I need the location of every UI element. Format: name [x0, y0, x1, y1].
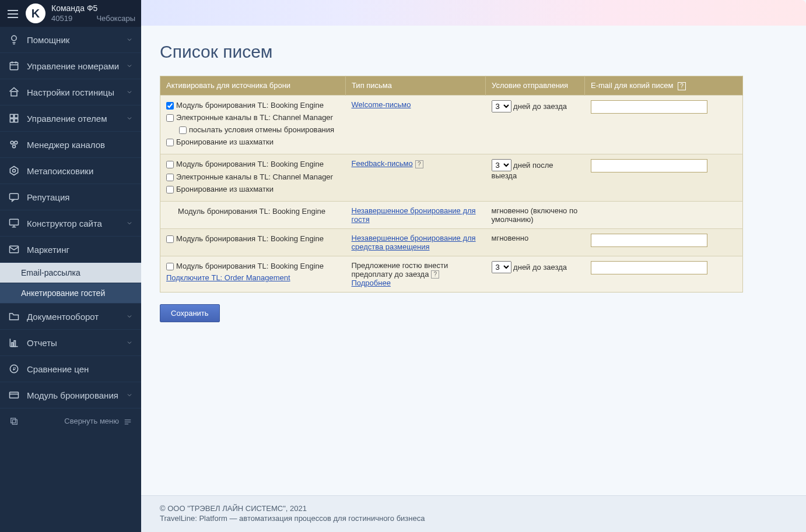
letter-type-link[interactable]: Незавершенное бронирование для гостя [352, 206, 476, 224]
source-checkbox-row[interactable]: Модуль бронирования TL: Booking Engine [166, 261, 340, 272]
svg-rect-10 [11, 91, 17, 96]
help-icon[interactable]: ? [431, 270, 439, 279]
calendar-icon [8, 60, 20, 72]
sidebar-item-home[interactable]: Настройки гостиницы [0, 79, 141, 105]
svg-rect-27 [12, 343, 13, 347]
copy-icon [9, 417, 19, 426]
nav-label: Модуль бронирования [27, 390, 126, 400]
email-copy-input[interactable] [591, 100, 707, 114]
chevron-down-icon [126, 115, 133, 122]
nav-label: Менеджер каналов [27, 140, 133, 150]
footer-tagline: TravelLine: Platform — автоматизация про… [160, 514, 806, 523]
extra-link[interactable]: Подключите TL: Order Management [166, 273, 290, 282]
chat-icon [8, 191, 20, 203]
nav-label: Настройки гостиницы [27, 87, 126, 97]
letter-type-link[interactable]: Незавершенное бронирование для средства … [352, 234, 476, 251]
gear-cluster-icon [8, 139, 20, 150]
chevron-down-icon [126, 62, 133, 69]
more-link[interactable]: Подробнее [352, 279, 391, 287]
sidebar-item-chat[interactable]: Репутация [0, 184, 141, 210]
svg-rect-34 [11, 418, 16, 422]
sidebar-subitem[interactable]: Анкетирование гостей [0, 283, 141, 304]
source-checkbox-row[interactable]: Бронирование из шахматки [166, 137, 340, 147]
main-area: Список писем Активировать для источника … [141, 0, 806, 532]
svg-rect-11 [10, 114, 13, 118]
help-icon[interactable]: ? [415, 160, 423, 168]
letter-type-link[interactable]: Welcome-письмо [352, 100, 411, 109]
days-select[interactable]: 3 [492, 159, 511, 171]
sidebar-item-gear-cluster[interactable]: Менеджер каналов [0, 132, 141, 158]
chevron-down-icon [126, 313, 133, 320]
nav-label: Сравнение цен [27, 364, 133, 374]
chevron-down-icon [126, 392, 133, 399]
letters-table: Активировать для источника брони Тип пис… [160, 76, 743, 293]
condition-text: мгновенно (включено по умолчанию) [492, 206, 578, 224]
source-checkbox-row[interactable]: Модуль бронирования TL: Booking Engine [166, 234, 340, 244]
account-id: 40519 [51, 14, 72, 23]
sidebar-item-chart[interactable]: Отчеты [0, 330, 141, 356]
source-checkbox[interactable] [166, 161, 174, 168]
chevron-down-icon [126, 89, 133, 96]
sidebar-item-lightbulb[interactable]: Помощник [0, 27, 141, 53]
condition-suffix: дней до заезда [511, 263, 567, 272]
col-type: Тип письма [346, 76, 486, 96]
svg-rect-6 [10, 62, 17, 70]
source-checkbox[interactable] [166, 174, 174, 181]
email-copy-input[interactable] [591, 159, 707, 172]
sidebar-item-envelope[interactable]: Маркетинг [0, 237, 141, 263]
sidebar-item-calendar[interactable]: Управление номерами [0, 53, 141, 79]
days-select[interactable]: 3 [492, 100, 511, 112]
sidebar-item-card[interactable]: Модуль бронирования [0, 382, 141, 408]
collapse-label: Свернуть меню [64, 417, 119, 425]
folder-icon [8, 311, 20, 322]
source-checkbox-row[interactable]: Электронные каналы в TL: Channel Manager [166, 172, 340, 182]
source-checkbox[interactable] [166, 263, 174, 270]
collapse-menu-button[interactable]: Свернуть меню [0, 408, 141, 434]
coin-icon: ₽ [8, 363, 20, 375]
source-checkbox-row[interactable]: Бронирование из шахматки [166, 184, 340, 195]
logo: K [26, 3, 45, 23]
header-text: Команда Ф5 40519 Чебоксары [51, 3, 135, 23]
condition-suffix: дней до заезда [511, 102, 567, 111]
monitor-icon [8, 217, 20, 229]
source-checkbox[interactable] [166, 186, 174, 193]
hamburger-icon[interactable] [6, 7, 20, 21]
email-copy-input[interactable] [591, 261, 707, 274]
lightbulb-icon [8, 34, 20, 45]
grid-icon [8, 112, 20, 124]
chart-icon [8, 337, 20, 348]
letter-type-link[interactable]: Feedback-письмо [352, 159, 413, 168]
sidebar-item-monitor[interactable]: Конструктор сайта [0, 210, 141, 237]
sidebar: K Команда Ф5 40519 Чебоксары ПомощникУпр… [0, 0, 141, 532]
source-checkbox[interactable] [166, 235, 174, 243]
source-checkbox[interactable] [166, 139, 174, 146]
source-checkbox-row[interactable]: Модуль бронирования TL: Booking Engine [166, 100, 340, 111]
col-condition: Условие отправления [486, 76, 585, 96]
nav-label: Документооборот [27, 312, 126, 322]
sidebar-subitem[interactable]: Email-рассылка [0, 263, 141, 283]
source-checkbox-row[interactable]: Электронные каналы в TL: Channel Manager [166, 112, 340, 123]
days-select[interactable]: 3 [492, 261, 511, 273]
sidebar-item-hexagon[interactable]: Метапоисковики [0, 158, 141, 184]
page-title: Список писем [160, 42, 806, 62]
source-checkbox-row[interactable]: посылать условия отмены бронирования [166, 125, 340, 135]
sidebar-item-grid[interactable]: Управление отелем [0, 105, 141, 132]
source-checkbox-row[interactable]: Модуль бронирования TL: Booking Engine [166, 159, 340, 170]
source-checkbox[interactable] [166, 114, 174, 122]
source-checkbox[interactable] [166, 102, 174, 110]
menu-lines-icon [124, 417, 132, 425]
sidebar-item-coin[interactable]: ₽Сравнение цен [0, 356, 141, 382]
source-checkbox[interactable] [179, 126, 187, 134]
email-copy-input[interactable] [591, 234, 707, 247]
help-icon[interactable]: ? [678, 82, 686, 90]
nav-label: Маркетинг [27, 245, 133, 255]
svg-point-16 [15, 141, 17, 144]
condition-text: мгновенно [492, 234, 529, 242]
card-icon [8, 389, 20, 401]
svg-rect-14 [15, 119, 18, 122]
save-button[interactable]: Сохранить [160, 304, 220, 322]
sidebar-item-folder[interactable]: Документооборот [0, 304, 141, 330]
hexagon-icon [8, 165, 20, 177]
nav-label: Управление отелем [27, 114, 126, 124]
svg-rect-28 [14, 341, 16, 347]
